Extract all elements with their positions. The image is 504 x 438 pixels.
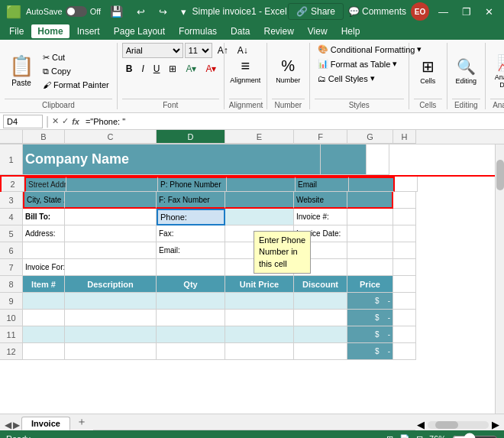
- scroll-right-icon[interactable]: ▶: [492, 419, 499, 430]
- save-icon[interactable]: 💾: [105, 4, 128, 19]
- row9-d[interactable]: [157, 293, 225, 310]
- row-header-12[interactable]: 12: [0, 343, 23, 360]
- menu-review[interactable]: Review: [257, 24, 299, 38]
- view-pagebreak-icon[interactable]: ⊟: [416, 434, 423, 439]
- address-cell[interactable]: Address:: [23, 225, 65, 242]
- row-header-3[interactable]: 3: [0, 192, 23, 209]
- row-header-7[interactable]: 7: [0, 259, 23, 276]
- col-header-f[interactable]: F: [294, 130, 347, 144]
- menu-home[interactable]: Home: [31, 24, 69, 38]
- font-name-select[interactable]: Arial: [122, 43, 183, 58]
- cell-reference-input[interactable]: [3, 115, 43, 128]
- comments-button[interactable]: 💬 Comments: [348, 6, 406, 17]
- fill-color-button[interactable]: A▾: [182, 62, 200, 76]
- copy-button[interactable]: ⧉ Copy: [40, 65, 112, 78]
- website-label-cell[interactable]: Website: [294, 192, 347, 209]
- discount-header[interactable]: Discount: [294, 276, 347, 293]
- row10-f[interactable]: [294, 310, 347, 326]
- alignment-button[interactable]: ≡ Alignment: [229, 55, 262, 86]
- fax-cell[interactable]: Fax:: [157, 225, 225, 242]
- row12-price[interactable]: $ -: [347, 343, 393, 360]
- cells-button[interactable]: ⊞ Cells: [414, 55, 441, 87]
- row9-f[interactable]: [294, 293, 347, 310]
- qty-header[interactable]: Qty: [157, 276, 225, 293]
- conditional-formatting-button[interactable]: 🎨 Conditional Formatting ▾: [315, 43, 425, 56]
- row9-c[interactable]: [65, 293, 157, 310]
- row-header-2[interactable]: 2: [2, 177, 24, 192]
- close-button[interactable]: ✕: [480, 5, 498, 19]
- vertical-scrollbar[interactable]: [495, 144, 504, 414]
- font-size-select[interactable]: 11: [185, 43, 212, 58]
- menu-page-layout[interactable]: Page Layout: [108, 24, 171, 38]
- cut-button[interactable]: ✂ Cut: [40, 51, 112, 64]
- view-normal-icon[interactable]: ⊞: [386, 434, 393, 439]
- row-header-11[interactable]: 11: [0, 326, 23, 343]
- redo-icon[interactable]: ↪: [154, 5, 172, 19]
- row12-c[interactable]: [65, 343, 157, 360]
- format-as-table-button[interactable]: 📊 Format as Table ▾: [315, 57, 401, 70]
- editing-button[interactable]: 🔍 Editing: [452, 55, 480, 87]
- confirm-formula-icon[interactable]: ✓: [62, 116, 69, 126]
- border-button[interactable]: ⊞: [165, 62, 180, 76]
- row10-c[interactable]: [65, 310, 157, 326]
- row-header-1[interactable]: 1: [0, 144, 23, 175]
- analyze-data-button[interactable]: 📈 Analyze Data: [490, 51, 504, 91]
- row12-d[interactable]: [157, 343, 225, 360]
- view-layout-icon[interactable]: 📄: [399, 434, 410, 439]
- scroll-left-tab-icon[interactable]: ◀: [5, 420, 11, 430]
- restore-button[interactable]: ❐: [457, 5, 476, 19]
- row10-price[interactable]: $ -: [347, 310, 393, 326]
- row12-b[interactable]: [23, 343, 65, 360]
- row11-c[interactable]: [65, 326, 157, 343]
- invoice-for-cell[interactable]: Invoice For:: [23, 259, 65, 276]
- price-header[interactable]: Price: [347, 276, 393, 293]
- row10-d[interactable]: [157, 310, 225, 326]
- scroll-right-tab-icon[interactable]: ▶: [13, 420, 20, 430]
- row11-b[interactable]: [23, 326, 65, 343]
- row11-f[interactable]: [294, 326, 347, 343]
- row11-d[interactable]: [157, 326, 225, 343]
- format-painter-button[interactable]: 🖌 Format Painter: [40, 79, 112, 91]
- email-label-cell[interactable]: Email: [296, 177, 349, 192]
- menu-file[interactable]: File: [3, 24, 30, 38]
- company-name-cell[interactable]: Company Name: [23, 144, 321, 175]
- col-header-b[interactable]: B: [23, 130, 65, 144]
- col-header-e[interactable]: E: [225, 130, 294, 144]
- underline-button[interactable]: U: [150, 62, 164, 76]
- h-scrollbar-thumb[interactable]: [435, 421, 458, 429]
- number-button[interactable]: % Number: [272, 55, 304, 86]
- email-cell[interactable]: Email:: [157, 242, 225, 259]
- italic-button[interactable]: I: [137, 62, 147, 76]
- add-sheet-button[interactable]: ＋: [72, 414, 92, 430]
- font-color-button[interactable]: A▾: [202, 62, 220, 76]
- col-header-c[interactable]: C: [65, 130, 157, 144]
- cancel-formula-icon[interactable]: ✕: [52, 116, 59, 126]
- cell-styles-button[interactable]: 🗂 Cell Styles ▾: [315, 72, 378, 85]
- tab-invoice[interactable]: Invoice: [21, 417, 70, 430]
- row12-f[interactable]: [294, 343, 347, 360]
- item-num-header[interactable]: Item #: [23, 276, 65, 293]
- city-state-cell[interactable]: City, State ZIP Code: [23, 192, 65, 209]
- street-address-cell[interactable]: Street Address: [24, 177, 66, 192]
- insert-function-icon[interactable]: fx: [72, 117, 79, 126]
- row-header-4[interactable]: 4: [0, 209, 23, 225]
- scrollbar-thumb[interactable]: [496, 160, 504, 190]
- col-header-d[interactable]: D: [157, 130, 225, 144]
- description-header[interactable]: Description: [65, 276, 157, 293]
- row9-e[interactable]: [225, 293, 294, 310]
- phone-cell[interactable]: Phone:: [157, 209, 225, 225]
- menu-help[interactable]: Help: [335, 24, 367, 38]
- row9-price[interactable]: $ -: [347, 293, 393, 310]
- scroll-left-icon[interactable]: ◀: [417, 419, 425, 430]
- share-button[interactable]: 🔗 Share: [288, 3, 344, 20]
- menu-data[interactable]: Data: [225, 24, 256, 38]
- autosave-toggle[interactable]: [66, 6, 87, 17]
- row-header-6[interactable]: 6: [0, 242, 23, 259]
- more-tools-icon[interactable]: ▾: [176, 5, 191, 19]
- fax-label-cell[interactable]: F: Fax Number: [157, 192, 225, 209]
- undo-icon[interactable]: ↩: [132, 5, 150, 19]
- invoice-num-cell[interactable]: Invoice #:: [294, 209, 347, 225]
- avatar[interactable]: EO: [411, 2, 429, 21]
- paste-button[interactable]: 📋 Paste: [5, 51, 38, 90]
- zoom-slider[interactable]: [452, 433, 498, 438]
